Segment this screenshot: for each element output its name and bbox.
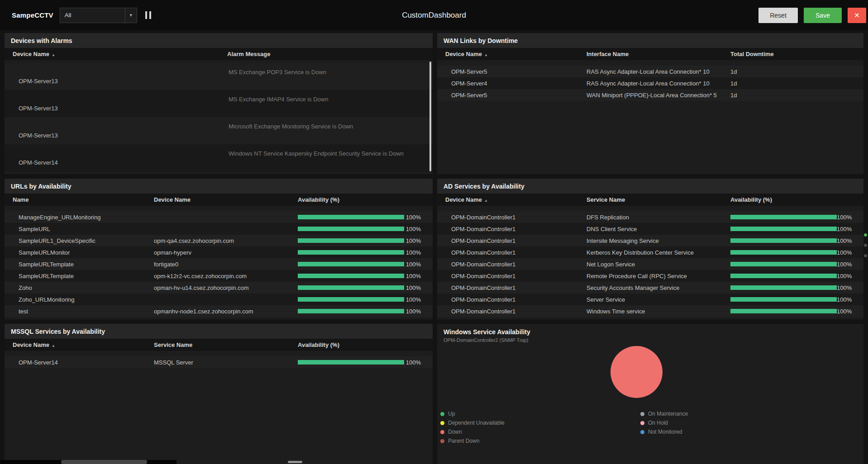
interface-name: RAS Async Adapter-Local Area Connection*… <box>587 68 730 75</box>
availability-cell: 100% <box>298 214 433 221</box>
table-row[interactable]: test opmanhv-node1.csez.zohocorpin.com 1… <box>5 305 433 317</box>
table-row[interactable]: OPM-DomainController1 Security Accounts … <box>437 282 863 294</box>
total-downtime: 1d <box>730 68 863 75</box>
legend-item-not-monitored[interactable]: Not Monitored <box>640 427 688 436</box>
horizontal-scrollbar[interactable] <box>0 460 176 464</box>
chart-subtitle: OPM-DomainController2 (SNMP Trap) <box>444 337 863 343</box>
column-header-availability[interactable]: Availability (%) <box>298 196 433 203</box>
table-row[interactable]: ManageEngine_URLMonitoring 100% <box>5 211 433 223</box>
legend-item-parent-down[interactable]: Parent Down <box>440 436 505 445</box>
availability-cell: 100% <box>730 214 863 221</box>
legend-dot <box>440 430 444 434</box>
device-name: OPM-DomainController1 <box>437 284 587 291</box>
table-row[interactable]: Zoho opman-hv-u14.csez.zohocorpin.com 10… <box>5 282 433 294</box>
legend-item-on-hold[interactable]: On Hold <box>640 418 688 427</box>
page-dot[interactable] <box>864 244 867 247</box>
alarm-message: MS Exchange IMAP4 Service is Down <box>227 90 433 103</box>
availability-percent: 100% <box>406 226 421 232</box>
service-name: Intersite Messaging Service <box>587 237 730 244</box>
chart-legend-column-2: On Maintenance On Hold Not Monitored <box>640 409 688 436</box>
table-row[interactable]: SampleURLTemplate fortigate0 100% <box>5 258 433 270</box>
table-row[interactable]: OPM-Server5 WAN Miniport (PPPOE)-Local A… <box>437 89 863 101</box>
vertical-scrollbar[interactable] <box>429 62 431 171</box>
table-row[interactable]: OPM-DomainController1 DNS Client Service… <box>437 223 863 235</box>
legend-item-up[interactable]: Up <box>440 409 505 418</box>
device-name: OPM-DomainController1 <box>437 261 587 268</box>
legend-item-down[interactable]: Down <box>440 427 505 436</box>
table-body: OPM-Server13 MS Exchange POP3 Service is… <box>5 63 433 171</box>
column-header-availability[interactable]: Availability (%) <box>298 341 433 348</box>
horizontal-scrollbar-thumb[interactable] <box>61 460 147 464</box>
table-row[interactable]: OPM-DomainController1 Remote Procedure C… <box>437 270 863 282</box>
table-row[interactable]: OPM-Server4 RAS Async Adapter-Local Area… <box>437 77 863 89</box>
pie-chart[interactable] <box>610 346 663 398</box>
availability-bar <box>730 215 837 219</box>
column-header-device-name[interactable]: Device Name▲ <box>5 51 227 57</box>
url-name: Zoho <box>5 284 154 291</box>
table-row[interactable]: SampleURL1_DeviceSpecific opm-qa4.csez.z… <box>5 235 433 246</box>
availability-percent: 100% <box>406 308 421 315</box>
table-row[interactable]: SampleURLMonitor opman-hyperv 100% <box>5 246 433 258</box>
total-downtime: 1d <box>730 92 863 99</box>
table-row[interactable]: OPM-Server14 Windows NT Service Kaspersk… <box>5 144 433 171</box>
table-row[interactable]: OPM-DomainController1 Kerberos Key Distr… <box>437 246 863 258</box>
table-header: Device Name▲ Alarm Message <box>5 48 433 60</box>
availability-cell: 100% <box>298 308 433 315</box>
dashboard-filter-select[interactable]: All ▾ <box>60 8 137 23</box>
legend-item-on-maintenance[interactable]: On Maintenance <box>640 409 688 418</box>
close-button[interactable]: ✕ <box>848 8 866 23</box>
availability-bar-fill <box>298 262 404 266</box>
column-header-service-name[interactable]: Service Name <box>154 341 298 348</box>
table-row[interactable]: OPM-DomainController1 DFS Replication 10… <box>437 211 863 223</box>
table-row[interactable]: OPM-Server13 Microsoft Exchange Monitori… <box>5 117 433 144</box>
column-header-device-name[interactable]: Device Name▲ <box>437 51 587 57</box>
device-name: OPM-DomainController1 <box>437 308 587 315</box>
sort-asc-icon: ▲ <box>484 53 488 57</box>
table-row[interactable]: OPM-DomainController1 Intersite Messagin… <box>437 235 863 246</box>
column-header-availability[interactable]: Availability (%) <box>730 196 863 203</box>
column-header-alarm-message[interactable]: Alarm Message <box>227 51 433 57</box>
column-header-interface-name[interactable]: Interface Name <box>587 51 730 57</box>
table-row[interactable]: OPM-DomainController1 Server Service 100… <box>437 294 863 305</box>
table-row[interactable]: OPM-DomainController1 Windows Time servi… <box>437 305 863 317</box>
legend-dot <box>640 421 644 425</box>
device-name: OPM-DomainController1 <box>437 237 587 244</box>
column-header-device-name[interactable]: Device Name▲ <box>437 196 587 203</box>
panel-title: MSSQL Services by Availability <box>5 324 433 339</box>
column-header-service-name[interactable]: Service Name <box>587 196 730 203</box>
table-header: Name Device Name Availability (%) <box>5 194 433 206</box>
panel-title: WAN Links by Downtime <box>437 33 863 48</box>
widget-page-dots[interactable] <box>864 233 867 257</box>
table-row[interactable]: OPM-Server14 MSSQL Server 100% <box>5 356 433 368</box>
availability-bar <box>730 309 837 313</box>
column-header-device-name[interactable]: Device Name <box>154 196 298 203</box>
availability-percent: 100% <box>406 261 421 268</box>
table-row[interactable]: OPM-Server13 MS Exchange POP3 Service is… <box>5 63 433 90</box>
column-header-name[interactable]: Name <box>5 196 154 203</box>
availability-percent: 100% <box>406 249 421 256</box>
availability-bar <box>730 297 837 302</box>
table-row[interactable]: SampleURL 100% <box>5 223 433 235</box>
reset-button[interactable]: Reset <box>758 8 798 23</box>
page-dot[interactable] <box>864 254 867 257</box>
table-row[interactable]: Zoho_URLMonitoring 100% <box>5 294 433 305</box>
availability-percent: 100% <box>837 226 852 232</box>
availability-bar <box>298 262 404 266</box>
table-row[interactable]: OPM-Server13 MS Exchange IMAP4 Service i… <box>5 90 433 117</box>
table-row[interactable]: SampleURLTemplate opm-k12r2-vc.csez.zoho… <box>5 270 433 282</box>
widget-scrollbar-thumb[interactable] <box>288 461 302 463</box>
table-row[interactable]: OPM-Server5 RAS Async Adapter-Local Area… <box>437 66 863 77</box>
legend-item-dependent-unavailable[interactable]: Dependent Unavailable <box>440 418 505 427</box>
availability-cell: 100% <box>298 261 433 268</box>
sort-asc-icon: ▲ <box>52 344 55 348</box>
legend-dot <box>440 421 444 425</box>
pause-icon[interactable] <box>145 11 151 19</box>
save-button[interactable]: Save <box>804 8 842 23</box>
availability-bar-fill <box>298 285 404 290</box>
device-name: OPM-DomainController1 <box>437 226 587 232</box>
page-dot-active[interactable] <box>864 233 867 237</box>
table-row[interactable]: OPM-DomainController1 Net Logon Service … <box>437 258 863 270</box>
column-header-total-downtime[interactable]: Total Downtime <box>730 51 863 57</box>
column-header-device-name[interactable]: Device Name▲ <box>5 341 154 348</box>
availability-bar <box>730 274 837 278</box>
